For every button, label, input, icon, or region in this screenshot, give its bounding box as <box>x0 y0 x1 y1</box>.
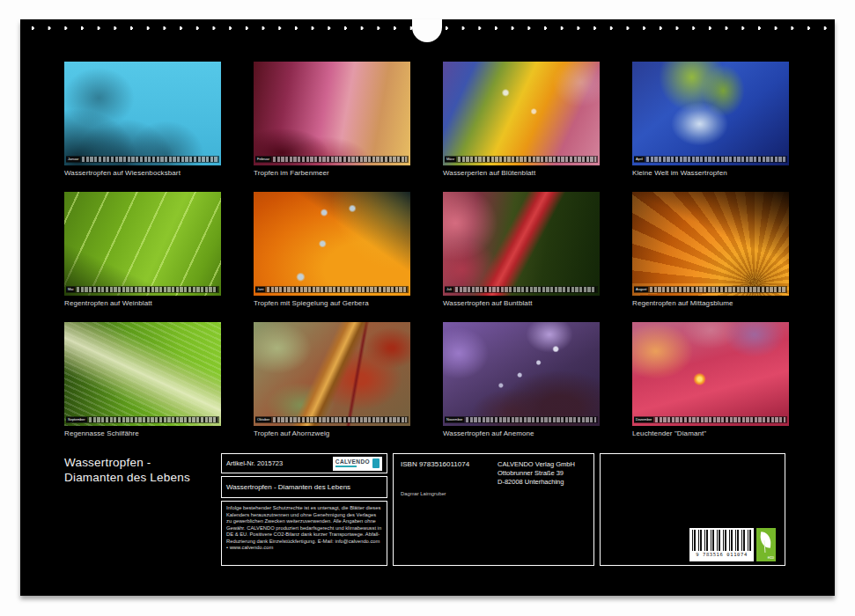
date-cells <box>77 287 217 292</box>
isbn-publisher-box: ISBN 9783516011074 CALVENDO Verlag GmbH … <box>393 453 594 566</box>
month-label: April <box>634 157 645 162</box>
article-number-box: Artikel-Nr. 2015723 CALVENDO <box>221 453 387 473</box>
thumbnail-caption: Regentropfen auf Mittagsblume <box>632 299 789 307</box>
calvendo-logo-text: CALVENDO <box>335 459 370 468</box>
thumbnail-cell: September Regennasse Schilfähre <box>64 322 221 452</box>
thumbnail-mittagsblume: August <box>632 192 789 296</box>
calendar-title-line1: Wassertropfen - <box>64 456 190 471</box>
thumbnail-cell: Juni Tropfen mit Spiegelung auf Gerbera <box>254 192 410 322</box>
binding-holes-left <box>29 25 413 32</box>
thumbnail-cell: März Wasserperlen auf Blütenblatt <box>443 62 600 192</box>
thumbnail-grid: Januar Wassertropfen auf Wiesenbocksbart… <box>64 62 789 452</box>
thumbnail-cell: Dezember Leuchtender "Diamant" <box>632 322 789 452</box>
mini-calendar-strip: November <box>445 416 598 423</box>
isbn: ISBN 9783516011074 <box>401 460 498 486</box>
date-cells <box>650 287 785 292</box>
hanger-notch <box>412 19 442 42</box>
month-label: September <box>66 417 87 422</box>
mini-calendar-strip: August <box>634 286 787 293</box>
month-label: August <box>634 287 648 292</box>
thumbnail-gerbera: Juni <box>254 192 410 296</box>
date-cells <box>458 157 596 162</box>
date-cells <box>655 417 785 422</box>
date-cells <box>646 157 785 162</box>
calvendo-book-icon <box>372 458 380 468</box>
thumbnail-caption: Regennasse Schilfähre <box>64 429 221 437</box>
publisher-line: Ottobrunner Straße 39 <box>498 469 575 478</box>
month-label: Juni <box>255 287 265 292</box>
thumbnail-caption: Tropfen auf Ahornzweig <box>254 429 410 437</box>
eco-label: eco <box>768 556 774 561</box>
article-number: Artikel-Nr. 2015723 <box>226 459 283 467</box>
calendar-back-cover: Januar Wassertropfen auf Wiesenbocksbart… <box>20 19 835 596</box>
thumbnail-buntblatt: Juli <box>443 192 600 296</box>
calvendo-wordmark: CALVENDO <box>335 459 370 466</box>
calvendo-logo: CALVENDO <box>333 457 382 471</box>
barcode-bars <box>692 530 751 551</box>
month-label: Januar <box>66 157 80 162</box>
mini-calendar-strip: Juni <box>255 286 409 293</box>
thumbnail-caption: Kleine Welt im Wassertropfen <box>632 169 789 177</box>
date-cells <box>82 157 217 162</box>
thumbnail-cell: November Wassertropfen auf Anemone <box>443 322 600 452</box>
leaf-icon <box>759 532 772 548</box>
legal-text: Infolge bestehender Schutzrechte ist es … <box>226 505 382 552</box>
publisher-address: CALVENDO Verlag GmbH Ottobrunner Straße … <box>498 460 575 486</box>
date-cells <box>273 417 407 422</box>
mini-calendar-strip: Juli <box>445 286 598 293</box>
author-name: Dagmar Laimgruber <box>401 491 586 496</box>
month-label: Oktober <box>255 417 271 422</box>
calvendo-tagline-bar <box>335 466 357 467</box>
barcode-box: 9 783516 011074 eco <box>600 453 785 566</box>
barcode: 9 783516 011074 <box>689 528 754 561</box>
thumbnail-cell: Juli Wassertropfen auf Buntblatt <box>443 192 600 322</box>
calendar-title: Wassertropfen - Diamanten des Lebens <box>64 456 190 486</box>
product-title: Wassertropfen - Diamanten des Lebens <box>226 483 350 491</box>
product-title-box: Wassertropfen - Diamanten des Lebens <box>221 476 387 498</box>
thumbnail-caption: Leuchtender "Diamant" <box>632 429 789 437</box>
mini-calendar-strip: Oktober <box>255 416 409 423</box>
date-cells <box>455 287 596 292</box>
thumbnail-cell: Januar Wassertropfen auf Wiesenbocksbart <box>64 62 221 192</box>
thumbnail-caption: Wasserperlen auf Blütenblatt <box>443 169 600 177</box>
thumbnail-bluetenblatt: März <box>443 62 600 165</box>
thumbnail-farbenmeer: Februar <box>254 62 410 165</box>
thumbnail-anemone: November <box>443 322 600 426</box>
month-label: März <box>445 157 456 162</box>
publisher-line: CALVENDO Verlag GmbH <box>498 460 575 469</box>
thumbnail-cell: Mai Regentropfen auf Weinblatt <box>64 192 221 322</box>
thumbnail-caption: Regentropfen auf Weinblatt <box>64 299 221 307</box>
thumbnail-caption: Tropfen im Farbenmeer <box>254 169 410 177</box>
eco-badge: eco <box>756 528 776 561</box>
mini-calendar-strip: Januar <box>66 156 219 163</box>
thumbnail-caption: Wassertropfen auf Buntblatt <box>443 299 600 307</box>
mini-calendar-strip: März <box>445 156 598 163</box>
calendar-title-line2: Diamanten des Lebens <box>64 471 190 486</box>
thumbnail-cell: August Regentropfen auf Mittagsblume <box>632 192 789 322</box>
thumbnail-cell: April Kleine Welt im Wassertropfen <box>632 62 789 192</box>
month-label: November <box>445 417 464 422</box>
date-cells <box>466 417 596 422</box>
date-cells <box>89 417 217 422</box>
thumbnail-wassertropfen-welt: April <box>632 62 789 165</box>
thumbnail-diamant: Dezember <box>632 322 789 426</box>
product-info-stack: Artikel-Nr. 2015723 CALVENDO Wassertropf… <box>221 453 387 566</box>
month-label: Dezember <box>634 417 653 422</box>
mini-calendar-strip: Mai <box>66 286 219 293</box>
thumbnail-ahornzweig: Oktober <box>254 322 410 426</box>
month-label: Februar <box>255 157 271 162</box>
thumbnail-cell: Februar Tropfen im Farbenmeer <box>254 62 410 192</box>
mini-calendar-strip: September <box>66 416 219 423</box>
thumbnail-schilfaehre: September <box>64 322 221 426</box>
month-label: Mai <box>66 287 75 292</box>
thumbnail-cell: Oktober Tropfen auf Ahornzweig <box>254 322 410 452</box>
binding-holes-right <box>443 25 827 32</box>
mini-calendar-strip: April <box>634 156 787 163</box>
month-label: Juli <box>445 287 453 292</box>
thumbnail-caption: Tropfen mit Spiegelung auf Gerbera <box>254 299 410 307</box>
barcode-number: 9 783516 011074 <box>692 552 751 557</box>
legal-text-box: Infolge bestehender Schutzrechte ist es … <box>221 501 387 566</box>
date-cells <box>267 287 407 292</box>
thumbnail-weinblatt: Mai <box>64 192 221 296</box>
mini-calendar-strip: Februar <box>255 156 409 163</box>
